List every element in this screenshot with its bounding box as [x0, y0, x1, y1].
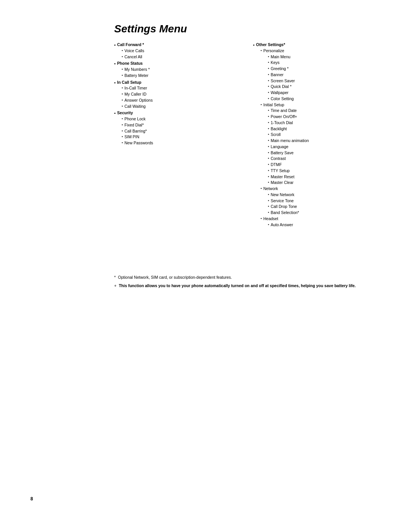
page-title: Settings Menu	[114, 23, 381, 35]
bullet-icon: •	[122, 97, 123, 103]
sub-list: •My Numbers * •Battery Meter	[117, 67, 150, 79]
list-item: •Service Tone	[268, 198, 299, 204]
bullet-icon: •	[268, 96, 269, 101]
list-item: •Time and Date	[268, 108, 309, 114]
list-item: •TTY Setup	[268, 168, 309, 174]
bullet-icon: •	[268, 192, 269, 197]
list-item: •Contrast	[268, 156, 309, 162]
sub-list: •Voice Calls •Cancel All	[117, 48, 144, 60]
bullet-icon: •	[122, 128, 123, 134]
list-item: • Network •New Network •Service Tone •Ca…	[261, 186, 309, 216]
footnote-line: + This function allows you to have your …	[114, 283, 381, 289]
bullet-icon: •	[261, 216, 262, 221]
sub-list: •Phone Lock •Fixed Dial* •Call Barring* …	[117, 116, 153, 146]
bullet-icon: •	[268, 222, 269, 227]
bullet-icon: •	[268, 54, 269, 59]
bullet-icon: •	[122, 122, 123, 128]
bullet-icon: •	[114, 80, 116, 86]
bullet-icon: •	[122, 54, 123, 59]
list-item: •New Passwords	[122, 140, 153, 146]
list-item: •My Caller ID	[122, 91, 153, 97]
bullet-icon: •	[268, 108, 269, 113]
bullet-icon: •	[114, 61, 116, 67]
list-item: •Answer Options	[122, 97, 153, 104]
list-item: •Voice Calls	[122, 48, 144, 54]
bullet-icon: •	[268, 162, 269, 167]
sub-list: • Personalize •Main Menu •Keys •Greeting…	[256, 48, 309, 228]
list-item: •Wallpaper	[268, 90, 295, 96]
list-item: •Call Drop Tone	[268, 204, 299, 210]
left-column: • Call Forward * •Voice Calls •Cancel Al…	[114, 42, 242, 228]
footnotes: * Optional Network, SIM card, or subscri…	[114, 274, 381, 289]
bullet-icon: •	[268, 60, 269, 65]
footnote-symbol: +	[114, 283, 116, 289]
footnote-text: Optional Network, SIM card, or subscript…	[118, 274, 232, 281]
bullet-icon: •	[114, 42, 116, 48]
menu-content: • Call Forward * •Voice Calls •Cancel Al…	[114, 42, 381, 228]
list-item: •Language	[268, 144, 309, 150]
list-item: •Screen Saver	[268, 78, 295, 84]
right-column: • Other Settings* • Personalize •Main Me…	[253, 42, 381, 228]
list-item: • Personalize •Main Menu •Keys •Greeting…	[261, 48, 309, 102]
sub-sub-list: •Time and Date •Power On/Off+ •1-Touch D…	[263, 108, 309, 186]
list-item: •Battery Save	[268, 150, 309, 156]
bullet-icon: •	[261, 48, 262, 53]
bullet-icon: •	[261, 102, 262, 107]
list-item: • In Call Setup •In-Call Timer •My Calle…	[114, 80, 242, 110]
bullet-icon: •	[268, 66, 269, 71]
bullet-icon: •	[122, 140, 123, 145]
bullet-icon: •	[268, 78, 269, 83]
list-item: •Battery Meter	[122, 73, 150, 79]
list-item: • Other Settings* • Personalize •Main Me…	[253, 42, 381, 228]
right-section-list: • Other Settings* • Personalize •Main Me…	[253, 42, 381, 228]
bullet-icon: •	[268, 168, 269, 173]
bullet-icon: •	[268, 156, 269, 161]
sub-sub-list: •Main Menu •Keys •Greeting * •Banner •Sc…	[263, 54, 295, 102]
bullet-icon: •	[253, 42, 255, 48]
page-container: Settings Menu • Call Forward * •Voice Ca…	[0, 0, 411, 532]
page-number: 8	[30, 496, 33, 502]
bullet-icon: •	[268, 84, 269, 89]
list-item: •SIM PIN	[122, 134, 153, 140]
list-item: •Keys	[268, 60, 295, 66]
bullet-icon: •	[261, 186, 262, 191]
bullet-icon: •	[268, 114, 269, 119]
list-item: • Initial Setup •Time and Date •Power On…	[261, 102, 309, 186]
list-item: •Cancel All	[122, 54, 144, 60]
list-item: • Phone Status •My Numbers * •Battery Me…	[114, 61, 242, 78]
section-title: In Call Setup	[117, 80, 142, 85]
bullet-icon: •	[268, 204, 269, 209]
list-item: •New Network	[268, 192, 299, 198]
bullet-icon: •	[268, 126, 269, 131]
bullet-icon: •	[268, 138, 269, 143]
bullet-icon: •	[122, 48, 123, 53]
bullet-icon: •	[268, 90, 269, 95]
bullet-icon: •	[268, 198, 269, 203]
bullet-icon: •	[114, 110, 116, 117]
list-item: •Master Clear	[268, 180, 309, 186]
left-section-list: • Call Forward * •Voice Calls •Cancel Al…	[114, 42, 242, 146]
footnote-symbol: *	[114, 274, 116, 281]
bullet-icon: •	[122, 104, 123, 109]
section-title: Call Forward *	[117, 42, 144, 47]
footnote-line: * Optional Network, SIM card, or subscri…	[114, 274, 381, 281]
list-item: •Main menu animation	[268, 138, 309, 144]
list-item: •Quick Dial *	[268, 84, 295, 90]
sub-sub-list: •Auto Answer	[263, 222, 293, 228]
list-item: •Call Waiting	[122, 104, 153, 110]
bullet-icon: •	[268, 144, 269, 149]
bullet-icon: •	[122, 73, 123, 78]
bullet-icon: •	[268, 132, 269, 137]
list-item: •Backlight	[268, 126, 309, 132]
list-item: •Greeting *	[268, 66, 295, 72]
list-item: •Call Barring*	[122, 128, 153, 134]
list-item: •In-Call Timer	[122, 85, 153, 91]
list-item: • Call Forward * •Voice Calls •Cancel Al…	[114, 42, 242, 60]
list-item: •Fixed Dial*	[122, 122, 153, 128]
section-title: Other Settings*	[256, 42, 285, 47]
list-item: •Band Selection*	[268, 210, 299, 216]
bullet-icon: •	[268, 210, 269, 215]
list-item: •My Numbers *	[122, 67, 150, 73]
list-item: • Headset •Auto Answer	[261, 216, 309, 228]
bullet-icon: •	[122, 67, 123, 72]
